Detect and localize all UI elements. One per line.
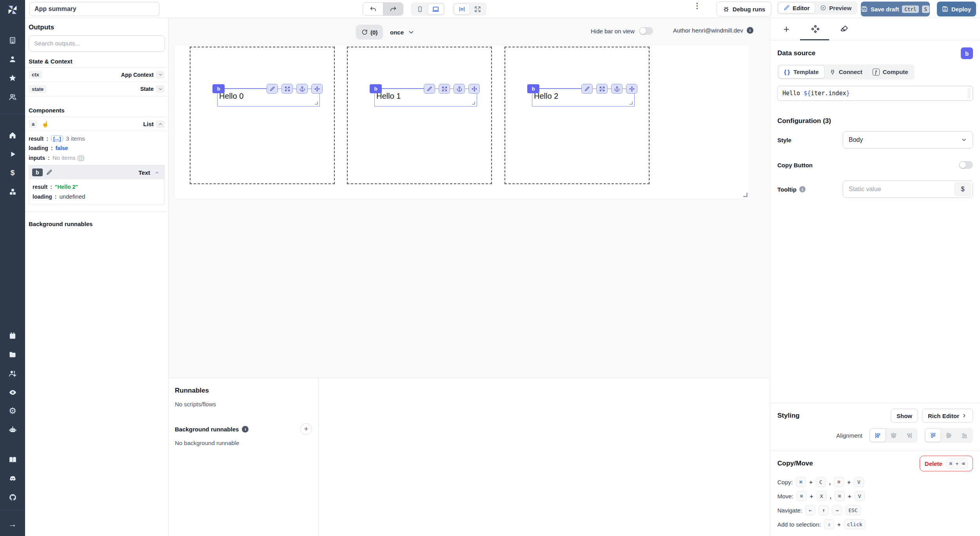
desktop-view-button[interactable]	[428, 4, 444, 14]
component-b-card: b Text result : "Hello 2" loading : unde…	[29, 165, 165, 205]
insert-component-tab[interactable]: +	[780, 23, 792, 35]
prop-result-row[interactable]: result : "Hello 2"	[29, 182, 164, 192]
tooltip-input[interactable]	[843, 186, 953, 193]
sidebar-github-icon[interactable]	[0, 488, 25, 507]
expand-component-button[interactable]	[281, 84, 293, 94]
app-summary-input[interactable]	[29, 2, 160, 16]
rich-editor-button[interactable]: Rich Editor	[922, 409, 973, 423]
collapsed-array-chip[interactable]: [...]	[51, 135, 64, 142]
sidebar-folder-icon[interactable]	[0, 345, 25, 364]
chevron-up-icon[interactable]	[152, 168, 161, 176]
sidebar-user-group-icon[interactable]	[0, 87, 25, 106]
hide-bar-toggle[interactable]	[639, 27, 653, 35]
deploy-button[interactable]: Deploy	[937, 2, 976, 16]
component-id-badge[interactable]: b	[527, 84, 539, 93]
state-row[interactable]: state State	[25, 82, 168, 96]
align-center-vertical-button[interactable]	[941, 429, 956, 442]
align-center-horizontal-button[interactable]	[886, 429, 901, 442]
expand-component-button[interactable]	[596, 84, 608, 94]
pencil-icon[interactable]	[46, 169, 53, 176]
prop-loading-row[interactable]: loading : undefined	[29, 192, 164, 201]
windmill-logo[interactable]	[0, 3, 25, 17]
delete-component-button[interactable]: Delete ⌘ + ⌫	[920, 456, 973, 471]
colon: :	[50, 184, 52, 190]
sidebar-user-icon[interactable]	[0, 50, 25, 69]
align-bottom-button[interactable]	[956, 429, 972, 442]
template-tab[interactable]: { } Template	[779, 65, 824, 78]
align-right-button[interactable]	[901, 429, 917, 442]
kebab-menu-icon[interactable]: ⋮	[693, 3, 701, 9]
ctx-row[interactable]: ctx App Context	[25, 67, 168, 82]
component-settings-tab[interactable]	[809, 23, 821, 35]
move-component-button[interactable]	[626, 84, 637, 94]
sidebar-eye-icon[interactable]	[0, 383, 25, 402]
sidebar-robot-icon[interactable]	[0, 420, 25, 439]
refresh-button[interactable]: (0)	[356, 25, 383, 40]
align-top-button[interactable]	[925, 429, 941, 442]
undo-button[interactable]	[363, 3, 383, 15]
fullwidth-button[interactable]	[470, 4, 485, 14]
sidebar-resources-icon[interactable]	[0, 182, 25, 201]
expand-component-button[interactable]	[439, 84, 450, 94]
sidebar-arrow-right-icon[interactable]: →	[0, 515, 25, 534]
editor-tab[interactable]: Editor	[778, 2, 815, 13]
sidebar-home-icon[interactable]	[0, 126, 25, 145]
component-resize-handle[interactable]	[630, 101, 633, 105]
sidebar-book-icon[interactable]	[0, 450, 25, 469]
prop-inputs-row[interactable]: inputs : No items ([])	[25, 153, 168, 163]
sidebar-worker-group-icon[interactable]	[0, 364, 25, 383]
sidebar-building-icon[interactable]	[0, 31, 25, 50]
edit-component-button[interactable]	[424, 84, 435, 94]
anchor-component-button[interactable]	[611, 84, 622, 94]
styling-tab[interactable]	[838, 23, 850, 35]
align-left-button[interactable]	[870, 429, 886, 442]
component-a-row[interactable]: a ☝ List	[25, 117, 168, 131]
redo-button[interactable]	[383, 3, 403, 15]
copy-button-toggle[interactable]	[959, 161, 973, 169]
refresh-mode-dropdown[interactable]: once	[385, 25, 420, 40]
debug-runs-button[interactable]: Debug runs	[717, 2, 771, 16]
search-outputs-input[interactable]	[29, 35, 165, 52]
sidebar-calendar-icon[interactable]	[0, 326, 25, 345]
sidebar-play-icon[interactable]	[0, 145, 25, 163]
component-id-badge[interactable]: b	[212, 84, 225, 93]
mobile-view-button[interactable]	[412, 4, 428, 14]
add-background-runnable-button[interactable]: +	[300, 423, 312, 435]
anchor-component-button[interactable]	[296, 84, 308, 94]
info-icon[interactable]: i	[242, 426, 249, 433]
style-select[interactable]: Body	[843, 131, 973, 148]
grid-resize-handle[interactable]	[743, 193, 748, 197]
prop-result-row[interactable]: result : [...] 3 items	[25, 134, 168, 143]
selected-component-badge: b	[961, 47, 973, 59]
connect-tab[interactable]: Connect	[824, 65, 867, 78]
prop-loading-row[interactable]: loading : false	[25, 143, 168, 153]
info-icon[interactable]: i	[747, 27, 753, 34]
edit-component-button[interactable]	[581, 84, 593, 94]
preview-tab[interactable]: Preview	[815, 2, 857, 13]
component-resize-handle[interactable]	[315, 101, 318, 105]
compute-tab[interactable]: ƒ Compute	[867, 65, 913, 78]
chevron-down-icon[interactable]	[156, 85, 165, 93]
show-styling-button[interactable]: Show	[891, 409, 918, 423]
sidebar-star-icon[interactable]	[0, 69, 25, 87]
chevron-down-icon[interactable]	[156, 71, 165, 79]
info-icon[interactable]: i	[799, 186, 806, 192]
sidebar-settings-icon[interactable]: ⚙	[0, 402, 25, 420]
edit-component-button[interactable]	[267, 84, 278, 94]
component-resize-handle[interactable]	[472, 101, 475, 105]
component-b-row[interactable]: b Text	[29, 165, 164, 179]
sidebar-dollar-icon[interactable]: $	[0, 163, 25, 182]
list-item-container[interactable]: b Hello 2	[505, 47, 650, 184]
sidebar-discord-icon[interactable]	[0, 469, 25, 488]
chevron-up-icon[interactable]	[156, 120, 165, 128]
move-component-button[interactable]	[311, 84, 323, 94]
save-draft-button[interactable]: Save draft Ctrl S	[861, 2, 930, 16]
list-item-container[interactable]: b Hello 1	[347, 47, 492, 184]
anchor-component-button[interactable]	[454, 84, 465, 94]
list-item-container[interactable]: b Hello 0	[190, 47, 335, 184]
component-id-badge[interactable]: b	[370, 84, 382, 93]
dynamic-value-button[interactable]: $	[954, 182, 971, 196]
template-expression-input[interactable]: Hello ${iter.index}	[777, 86, 973, 101]
center-content-button[interactable]	[454, 4, 470, 14]
move-component-button[interactable]	[468, 84, 480, 94]
